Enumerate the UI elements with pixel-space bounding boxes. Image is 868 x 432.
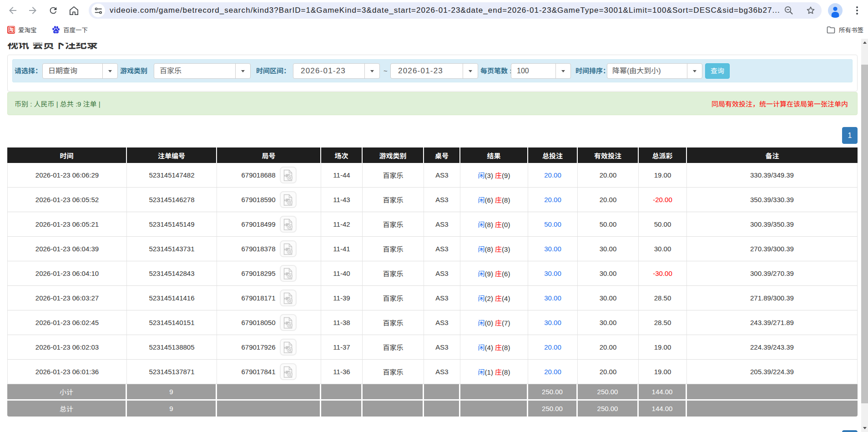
cell-game: 百家乐 [363,188,424,212]
video-record-icon [282,366,294,378]
cell-payout: 19.00 [639,163,687,188]
cell-round-no: 679018295 [217,261,321,286]
per-page-select[interactable]: 100 [511,63,571,79]
cell-game: 百家乐 [363,163,424,188]
back-arrow-icon [7,5,18,16]
cell-payout: 50.00 [639,212,687,237]
cell-result: 闲(6) 庄(8) [460,188,528,212]
cell-round-no: 679018171 [217,286,321,310]
bookmark-label: 百度一下 [63,25,88,34]
cell-total-bet: 20.00 [528,335,578,360]
total-count: 9 [127,399,217,417]
scrollbar-thumb[interactable] [861,65,868,403]
cell-time: 2026-01-23 06:02:45 [7,310,127,335]
chevron-down-icon [364,64,379,78]
cell-session: 11-43 [321,188,363,212]
all-bookmarks-button[interactable]: 所有书签 [827,24,863,35]
cell-table-no: AS3 [424,237,460,261]
video-record-button[interactable] [280,290,297,306]
home-button[interactable] [67,4,80,17]
cell-payout: 28.50 [639,286,687,310]
date-start-input[interactable]: 2026-01-23 [293,63,380,79]
cell-bet-no: 523145140151 [127,310,217,335]
subtotal-total-bet: 250.00 [528,384,578,399]
video-record-button[interactable] [280,167,297,183]
three-dot-menu-icon [853,4,861,17]
scroll-down-button[interactable] [861,424,868,432]
col-bet-no: 注单编号 [127,147,217,163]
zoom-indicator-button[interactable] [783,5,794,16]
sort-label: 时间排序： [575,60,610,82]
profile-avatar[interactable] [828,3,843,18]
cell-total-bet: 50.00 [528,212,578,237]
cell-valid-bet: 30.00 [578,237,639,261]
table-row: 2026-01-23 06:04:10 523145142843 6790182… [7,261,858,286]
video-record-button[interactable] [280,265,297,282]
cell-session: 11-36 [321,360,363,384]
cell-payout: -20.00 [639,188,687,212]
game-type-select[interactable]: 百家乐 [154,63,251,79]
col-result: 结果 [460,147,528,163]
video-record-button[interactable] [280,240,297,257]
url-text[interactable]: videoie.com/game/betrecord_search/kind3?… [110,2,787,19]
pagination-page-1-top[interactable]: 1 [842,127,858,144]
video-record-button[interactable] [280,314,297,331]
table-header: 时间 注单编号 局号 场次 游戏类别 桌号 结果 总投注 有效投注 总派彩 备注 [7,147,858,163]
banker-result: 庄 [495,221,502,229]
video-record-button[interactable] [280,216,297,233]
bookmark-page-button[interactable] [805,5,816,16]
bookmark-baidu[interactable]: du 百度一下 [52,24,88,35]
date-end-input[interactable]: 2026-01-23 [390,63,478,79]
search-button[interactable]: 查询 [705,63,730,79]
scroll-up-button[interactable] [861,39,868,46]
bookmark-taobao[interactable]: 淘 爱淘宝 [7,24,37,35]
cell-remark: 350.39/330.39 [687,188,858,212]
col-payout: 总派彩 [639,147,687,163]
person-icon [828,3,843,18]
cell-session: 11-37 [321,335,363,360]
player-result: 闲 [478,319,485,327]
home-icon [69,5,79,16]
browser-menu-button[interactable] [853,4,861,17]
chevron-down-icon [463,64,478,78]
cell-bet-no: 523145145149 [127,212,217,237]
all-bookmarks-label: 所有书签 [839,25,863,34]
summary-currency-total: 币别 : 人民币 | 总共 :9 注单 | [15,99,101,108]
col-valid-bet: 有效投注 [578,147,639,163]
cell-session: 11-39 [321,286,363,310]
cell-remark: 271.89/300.39 [687,286,858,310]
reload-button[interactable] [47,4,60,17]
video-record-button[interactable] [280,339,297,356]
pagination-page-1-bottom[interactable]: 1 [842,430,858,432]
cell-table-no: AS3 [424,310,460,335]
cell-session: 11-40 [321,261,363,286]
summary-bar: 币别 : 人民币 | 总共 :9 注单 | 同局有效投注，统一计算在该局第一张注… [7,92,858,115]
cell-bet-no: 523145141416 [127,286,217,310]
vertical-scrollbar[interactable] [861,39,868,432]
cell-time: 2026-01-23 06:04:10 [7,261,127,286]
cell-game: 百家乐 [363,286,424,310]
table-row: 2026-01-23 06:03:27 523145141416 6790181… [7,286,858,310]
cell-time: 2026-01-23 06:05:21 [7,212,127,237]
address-bar[interactable]: videoie.com/game/betrecord_search/kind3?… [89,2,822,19]
total-label: 总计 [7,399,127,417]
video-record-icon [282,243,294,255]
sort-select[interactable]: 降幂(由大到小) [607,63,702,79]
banker-result: 庄 [495,172,502,179]
forward-button[interactable] [26,4,39,17]
video-record-icon [282,341,294,353]
banker-result: 庄 [495,319,502,327]
cell-total-bet: 30.00 [528,286,578,310]
video-record-button[interactable] [280,191,297,208]
cell-result: 闲(8) 庄(3) [460,237,528,261]
site-info-button[interactable] [91,4,105,17]
total-valid-bet: 250.00 [578,399,639,417]
col-table-no: 桌号 [424,147,460,163]
total-row: 总计 9 250.00 250.00 144.00 [7,399,858,417]
cell-payout: 19.00 [639,335,687,360]
cell-remark: 224.39/243.39 [687,335,858,360]
video-record-button[interactable] [280,363,297,380]
cell-result: 闲(9) 庄(6) [460,261,528,286]
query-type-select[interactable]: 日期查询 [42,63,118,79]
back-button[interactable] [6,4,19,17]
